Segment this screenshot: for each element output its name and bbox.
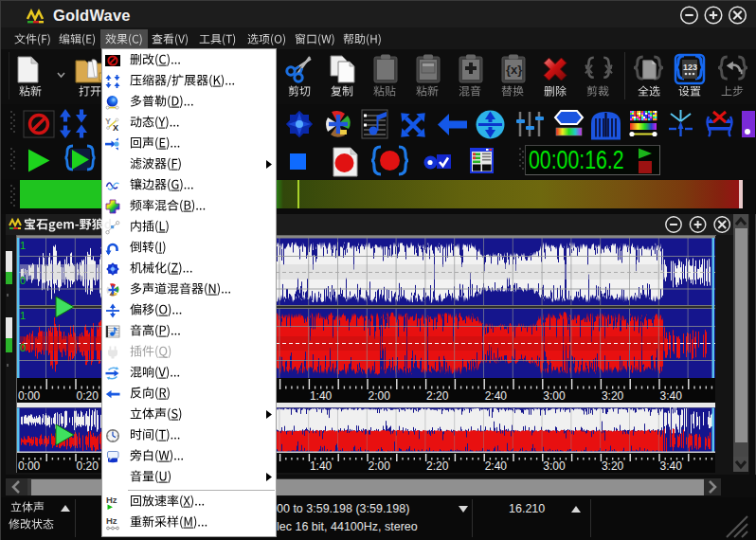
svg-text:1:40: 1:40 [310,389,333,403]
svg-text:X: X [113,123,118,133]
svg-text:0:20: 0:20 [77,389,99,403]
svg-text:2:20: 2:20 [426,389,449,403]
svg-text:0:20: 0:20 [77,459,99,473]
svg-text:0: 0 [20,275,26,286]
svg-text:Y: Y [105,117,111,126]
svg-text:2:40: 2:40 [485,389,508,403]
svg-text:Hz: Hz [106,515,117,526]
svg-text:3:40: 3:40 [660,389,683,403]
svg-text:2:00: 2:00 [369,459,391,473]
svg-text:0:00: 0:00 [18,389,41,403]
svg-text:3:00: 3:00 [543,389,566,403]
svg-text:3:20: 3:20 [602,389,624,403]
svg-text:3:00: 3:00 [543,459,566,473]
svg-text:1: 1 [20,310,26,321]
svg-text:3:20: 3:20 [602,459,624,473]
svg-text:2:00: 2:00 [369,389,391,403]
svg-text:3:40: 3:40 [660,459,683,473]
svg-text:Hz: Hz [106,495,117,505]
svg-text:0: 0 [20,342,26,353]
svg-text:1:40: 1:40 [310,459,333,473]
svg-text:1: 1 [20,240,26,251]
svg-text:2:20: 2:20 [426,459,449,473]
svg-text:0:00: 0:00 [18,459,41,473]
svg-text:2:40: 2:40 [485,459,508,473]
